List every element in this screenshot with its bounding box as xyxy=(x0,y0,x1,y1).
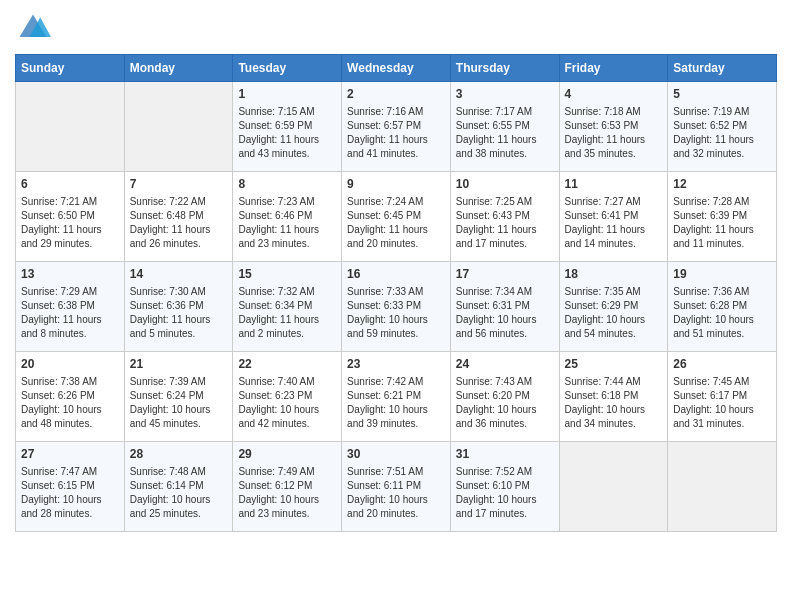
calendar-cell: 1Sunrise: 7:15 AM Sunset: 6:59 PM Daylig… xyxy=(233,82,342,172)
calendar-cell: 6Sunrise: 7:21 AM Sunset: 6:50 PM Daylig… xyxy=(16,172,125,262)
day-header-thursday: Thursday xyxy=(450,55,559,82)
day-header-sunday: Sunday xyxy=(16,55,125,82)
calendar-cell: 18Sunrise: 7:35 AM Sunset: 6:29 PM Dayli… xyxy=(559,262,668,352)
calendar-cell: 3Sunrise: 7:17 AM Sunset: 6:55 PM Daylig… xyxy=(450,82,559,172)
day-number: 16 xyxy=(347,266,445,283)
day-info: Sunrise: 7:45 AM Sunset: 6:17 PM Dayligh… xyxy=(673,375,771,431)
calendar-cell: 12Sunrise: 7:28 AM Sunset: 6:39 PM Dayli… xyxy=(668,172,777,262)
calendar-cell: 7Sunrise: 7:22 AM Sunset: 6:48 PM Daylig… xyxy=(124,172,233,262)
calendar-cell: 31Sunrise: 7:52 AM Sunset: 6:10 PM Dayli… xyxy=(450,442,559,532)
calendar-cell: 24Sunrise: 7:43 AM Sunset: 6:20 PM Dayli… xyxy=(450,352,559,442)
day-info: Sunrise: 7:33 AM Sunset: 6:33 PM Dayligh… xyxy=(347,285,445,341)
day-info: Sunrise: 7:19 AM Sunset: 6:52 PM Dayligh… xyxy=(673,105,771,161)
calendar-cell: 26Sunrise: 7:45 AM Sunset: 6:17 PM Dayli… xyxy=(668,352,777,442)
day-info: Sunrise: 7:23 AM Sunset: 6:46 PM Dayligh… xyxy=(238,195,336,251)
day-info: Sunrise: 7:48 AM Sunset: 6:14 PM Dayligh… xyxy=(130,465,228,521)
day-header-tuesday: Tuesday xyxy=(233,55,342,82)
day-info: Sunrise: 7:15 AM Sunset: 6:59 PM Dayligh… xyxy=(238,105,336,161)
calendar-week-row: 1Sunrise: 7:15 AM Sunset: 6:59 PM Daylig… xyxy=(16,82,777,172)
calendar-cell xyxy=(16,82,125,172)
calendar-cell: 25Sunrise: 7:44 AM Sunset: 6:18 PM Dayli… xyxy=(559,352,668,442)
day-number: 11 xyxy=(565,176,663,193)
calendar-table: SundayMondayTuesdayWednesdayThursdayFrid… xyxy=(15,54,777,532)
calendar-cell: 28Sunrise: 7:48 AM Sunset: 6:14 PM Dayli… xyxy=(124,442,233,532)
calendar-cell: 19Sunrise: 7:36 AM Sunset: 6:28 PM Dayli… xyxy=(668,262,777,352)
day-number: 19 xyxy=(673,266,771,283)
day-info: Sunrise: 7:38 AM Sunset: 6:26 PM Dayligh… xyxy=(21,375,119,431)
day-number: 18 xyxy=(565,266,663,283)
calendar-cell xyxy=(124,82,233,172)
day-number: 3 xyxy=(456,86,554,103)
calendar-cell: 4Sunrise: 7:18 AM Sunset: 6:53 PM Daylig… xyxy=(559,82,668,172)
day-number: 25 xyxy=(565,356,663,373)
day-info: Sunrise: 7:18 AM Sunset: 6:53 PM Dayligh… xyxy=(565,105,663,161)
day-number: 13 xyxy=(21,266,119,283)
day-info: Sunrise: 7:34 AM Sunset: 6:31 PM Dayligh… xyxy=(456,285,554,341)
day-info: Sunrise: 7:51 AM Sunset: 6:11 PM Dayligh… xyxy=(347,465,445,521)
day-info: Sunrise: 7:43 AM Sunset: 6:20 PM Dayligh… xyxy=(456,375,554,431)
day-info: Sunrise: 7:28 AM Sunset: 6:39 PM Dayligh… xyxy=(673,195,771,251)
calendar-cell: 9Sunrise: 7:24 AM Sunset: 6:45 PM Daylig… xyxy=(342,172,451,262)
calendar-cell: 29Sunrise: 7:49 AM Sunset: 6:12 PM Dayli… xyxy=(233,442,342,532)
day-info: Sunrise: 7:29 AM Sunset: 6:38 PM Dayligh… xyxy=(21,285,119,341)
calendar-cell: 23Sunrise: 7:42 AM Sunset: 6:21 PM Dayli… xyxy=(342,352,451,442)
calendar-cell: 17Sunrise: 7:34 AM Sunset: 6:31 PM Dayli… xyxy=(450,262,559,352)
day-number: 15 xyxy=(238,266,336,283)
day-number: 17 xyxy=(456,266,554,283)
calendar-cell: 20Sunrise: 7:38 AM Sunset: 6:26 PM Dayli… xyxy=(16,352,125,442)
day-header-saturday: Saturday xyxy=(668,55,777,82)
day-number: 29 xyxy=(238,446,336,463)
day-header-wednesday: Wednesday xyxy=(342,55,451,82)
calendar-cell: 21Sunrise: 7:39 AM Sunset: 6:24 PM Dayli… xyxy=(124,352,233,442)
day-number: 30 xyxy=(347,446,445,463)
day-number: 9 xyxy=(347,176,445,193)
calendar-week-row: 6Sunrise: 7:21 AM Sunset: 6:50 PM Daylig… xyxy=(16,172,777,262)
day-number: 28 xyxy=(130,446,228,463)
calendar-cell xyxy=(559,442,668,532)
day-header-friday: Friday xyxy=(559,55,668,82)
calendar-cell: 10Sunrise: 7:25 AM Sunset: 6:43 PM Dayli… xyxy=(450,172,559,262)
page-header xyxy=(15,10,777,46)
day-info: Sunrise: 7:30 AM Sunset: 6:36 PM Dayligh… xyxy=(130,285,228,341)
day-number: 10 xyxy=(456,176,554,193)
day-number: 8 xyxy=(238,176,336,193)
day-info: Sunrise: 7:22 AM Sunset: 6:48 PM Dayligh… xyxy=(130,195,228,251)
day-number: 22 xyxy=(238,356,336,373)
calendar-cell: 2Sunrise: 7:16 AM Sunset: 6:57 PM Daylig… xyxy=(342,82,451,172)
calendar-week-row: 13Sunrise: 7:29 AM Sunset: 6:38 PM Dayli… xyxy=(16,262,777,352)
calendar-cell: 11Sunrise: 7:27 AM Sunset: 6:41 PM Dayli… xyxy=(559,172,668,262)
day-info: Sunrise: 7:47 AM Sunset: 6:15 PM Dayligh… xyxy=(21,465,119,521)
day-number: 7 xyxy=(130,176,228,193)
calendar-header-row: SundayMondayTuesdayWednesdayThursdayFrid… xyxy=(16,55,777,82)
day-number: 23 xyxy=(347,356,445,373)
day-info: Sunrise: 7:24 AM Sunset: 6:45 PM Dayligh… xyxy=(347,195,445,251)
day-info: Sunrise: 7:39 AM Sunset: 6:24 PM Dayligh… xyxy=(130,375,228,431)
day-info: Sunrise: 7:35 AM Sunset: 6:29 PM Dayligh… xyxy=(565,285,663,341)
logo xyxy=(15,10,55,46)
day-info: Sunrise: 7:27 AM Sunset: 6:41 PM Dayligh… xyxy=(565,195,663,251)
day-number: 27 xyxy=(21,446,119,463)
day-number: 24 xyxy=(456,356,554,373)
day-info: Sunrise: 7:49 AM Sunset: 6:12 PM Dayligh… xyxy=(238,465,336,521)
calendar-cell: 27Sunrise: 7:47 AM Sunset: 6:15 PM Dayli… xyxy=(16,442,125,532)
calendar-week-row: 20Sunrise: 7:38 AM Sunset: 6:26 PM Dayli… xyxy=(16,352,777,442)
day-number: 20 xyxy=(21,356,119,373)
calendar-cell: 22Sunrise: 7:40 AM Sunset: 6:23 PM Dayli… xyxy=(233,352,342,442)
day-number: 6 xyxy=(21,176,119,193)
day-info: Sunrise: 7:44 AM Sunset: 6:18 PM Dayligh… xyxy=(565,375,663,431)
day-number: 1 xyxy=(238,86,336,103)
day-info: Sunrise: 7:36 AM Sunset: 6:28 PM Dayligh… xyxy=(673,285,771,341)
calendar-cell: 16Sunrise: 7:33 AM Sunset: 6:33 PM Dayli… xyxy=(342,262,451,352)
calendar-cell: 14Sunrise: 7:30 AM Sunset: 6:36 PM Dayli… xyxy=(124,262,233,352)
day-number: 31 xyxy=(456,446,554,463)
day-number: 4 xyxy=(565,86,663,103)
day-info: Sunrise: 7:16 AM Sunset: 6:57 PM Dayligh… xyxy=(347,105,445,161)
day-info: Sunrise: 7:40 AM Sunset: 6:23 PM Dayligh… xyxy=(238,375,336,431)
logo-icon xyxy=(15,10,51,46)
day-number: 14 xyxy=(130,266,228,283)
day-number: 5 xyxy=(673,86,771,103)
day-number: 21 xyxy=(130,356,228,373)
calendar-cell: 13Sunrise: 7:29 AM Sunset: 6:38 PM Dayli… xyxy=(16,262,125,352)
day-info: Sunrise: 7:32 AM Sunset: 6:34 PM Dayligh… xyxy=(238,285,336,341)
day-info: Sunrise: 7:42 AM Sunset: 6:21 PM Dayligh… xyxy=(347,375,445,431)
